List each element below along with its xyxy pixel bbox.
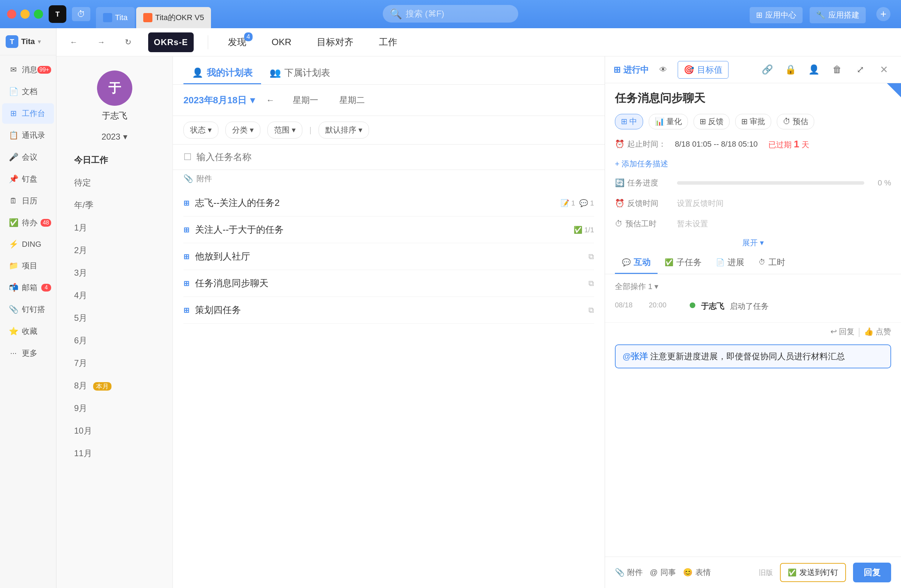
filter-category[interactable]: 分类 ▾ (225, 121, 260, 138)
search-input[interactable] (406, 9, 511, 19)
sidebar-item-meeting[interactable]: 🎤 会议 (2, 147, 54, 168)
panel-share-btn[interactable]: 👤 (805, 61, 823, 79)
attachment-row[interactable]: 📎 附件 (173, 170, 605, 190)
sidebar-item-mailbox[interactable]: 📬 邮箱 4 (2, 277, 54, 298)
nav-link-work[interactable]: 工作 (373, 33, 403, 51)
comment-text[interactable]: @张洋 注意更新进度进展，即使督促协同人员进行材料汇总 (616, 345, 890, 368)
sidebar-item-workspace[interactable]: ⊞ 工作台 (2, 103, 54, 124)
month-11[interactable]: 11月 (60, 443, 169, 464)
nav-refresh-btn[interactable]: ↻ (122, 35, 134, 50)
sidebar-item-contacts[interactable]: 📋 通讯录 (2, 125, 54, 146)
panel-tag-estimate[interactable]: ⏱ 预估 (777, 114, 814, 129)
panel-tag-feedback[interactable]: ⊞ 反馈 (694, 114, 730, 129)
panel-watch-btn[interactable]: 👁 (655, 61, 672, 79)
nav-forward-btn[interactable]: → (95, 35, 108, 50)
panel-expand-btn[interactable]: ⤢ (852, 61, 869, 79)
reply-submit-btn[interactable]: 回复 (853, 563, 891, 582)
history-btn[interactable]: ⏱ (72, 7, 90, 21)
minimize-btn[interactable] (20, 9, 30, 19)
nav-link-okr[interactable]: OKR (266, 34, 297, 50)
sidebar-item-dingpan[interactable]: 📌 钉盘 (2, 169, 54, 189)
sidebar-item-favorites[interactable]: ⭐ 收藏 (2, 321, 54, 342)
panel-tag-approve[interactable]: ⊞ 审批 (735, 114, 771, 129)
nav-back-btn[interactable]: ← (67, 35, 80, 50)
colleague-btn[interactable]: @ 同事 (650, 567, 676, 578)
panel-tab-subtask[interactable]: ✅ 子任务 (658, 252, 709, 274)
all-ops-btn[interactable]: 全部操作 1 ▾ (615, 281, 891, 292)
tab-okr[interactable]: Tita的OKR V5 (136, 7, 211, 28)
sidebar-item-ding[interactable]: ⚡ DING (2, 235, 54, 254)
target-value-btn[interactable]: 🎯 目标值 (678, 61, 728, 79)
app-build-btn[interactable]: 🔧 应用搭建 (810, 7, 866, 23)
month-9[interactable]: 9月 (60, 398, 169, 419)
month-6[interactable]: 6月 (60, 330, 169, 351)
month-3[interactable]: 3月 (60, 262, 169, 283)
section-year-quarter[interactable]: 年/季 (60, 194, 169, 216)
filter-status[interactable]: 状态 ▾ (184, 121, 218, 138)
expand-row[interactable]: 展开 ▾ (605, 234, 901, 252)
task-item-label-3[interactable]: 任务消息同步聊天 (195, 277, 583, 289)
like-btn[interactable]: 👍 点赞 (864, 327, 891, 337)
panel-tab-interact[interactable]: 💬 互动 (615, 252, 658, 274)
sidebar-item-more[interactable]: ··· 更多 (2, 343, 54, 364)
month-7[interactable]: 7月 (60, 353, 169, 374)
panel-tab-work-hours[interactable]: ⏱ 工时 (751, 252, 792, 274)
filter-sort[interactable]: 默认排序 ▾ (318, 121, 369, 138)
section-today[interactable]: 今日工作 (60, 149, 169, 171)
feedback-set-btn[interactable]: 设置反馈时间 (677, 198, 723, 209)
tab-my-plan[interactable]: 👤 我的计划表 (184, 62, 261, 84)
filter-scope[interactable]: 范围 ▾ (267, 121, 302, 138)
month-5[interactable]: 5月 (60, 307, 169, 328)
month-8[interactable]: 8月 本月 (60, 375, 169, 396)
tab-sub-plan[interactable]: 👥 下属计划表 (261, 62, 339, 84)
close-btn[interactable] (7, 9, 16, 19)
weekday-tue[interactable]: 星期二 (332, 92, 372, 109)
panel-tag-quantify[interactable]: 📊 量化 (649, 114, 688, 129)
task-name-input[interactable] (196, 152, 594, 162)
nav-link-align[interactable]: 目标对齐 (311, 33, 359, 51)
app-center-btn[interactable]: ⊞ 应用中心 (750, 7, 803, 23)
date-prev-btn[interactable]: ← (262, 93, 279, 107)
panel-lock-btn[interactable]: 🔒 (782, 61, 800, 79)
year-selector[interactable]: 2023 ▾ (56, 132, 173, 142)
panel-close-btn[interactable]: ✕ (875, 61, 893, 79)
task-copy-icon-3[interactable]: ⧉ (588, 279, 594, 288)
date-selector[interactable]: 2023年8月18日 ▾ (184, 94, 255, 106)
month-10[interactable]: 10月 (60, 420, 169, 441)
month-2[interactable]: 2月 (60, 240, 169, 261)
task-item-label-1[interactable]: 关注人--于大于的任务 (195, 224, 568, 236)
task-item-label-2[interactable]: 他放到人社厅 (195, 250, 583, 263)
section-pending[interactable]: 待定 (60, 172, 169, 193)
month-4[interactable]: 4月 (60, 285, 169, 306)
okr-logo-btn[interactable]: OKRs-E (148, 33, 194, 52)
estimate-set-btn[interactable]: 暂未设置 (677, 219, 708, 229)
panel-delete-btn[interactable]: 🗑 (828, 61, 846, 79)
reply-btn-top[interactable]: ↩ 回复 (831, 327, 854, 337)
sidebar-item-project[interactable]: 📁 项目 (2, 255, 54, 276)
emoji-btn[interactable]: 😊 表情 (683, 567, 711, 578)
month-1[interactable]: 1月 (60, 217, 169, 238)
sidebar-item-message[interactable]: ✉ 消息 99+ (2, 59, 54, 80)
add-desc-btn[interactable]: + 添加任务描述 (605, 155, 901, 173)
tab-tita[interactable]: Tita (96, 7, 135, 28)
attachment-bottom-btn[interactable]: 📎 附件 (615, 567, 643, 578)
panel-tag-priority[interactable]: ⊞ 中 (615, 114, 643, 129)
sidebar-item-docs[interactable]: 📄 文档 (2, 81, 54, 102)
send-to-dingding-btn[interactable]: ✅ 发送到钉钉 (780, 563, 846, 582)
sidebar-item-calendar[interactable]: 🗓 日历 (2, 191, 54, 211)
task-item-icon-2: ⊞ (184, 252, 189, 261)
panel-header: ⊞ 进行中 👁 🎯 目标值 🔗 🔒 👤 🗑 (605, 56, 901, 83)
nav-link-discover[interactable]: 发现 4 (222, 33, 252, 51)
task-item-label-4[interactable]: 策划四任务 (195, 304, 583, 316)
task-copy-icon-4[interactable]: ⧉ (588, 306, 594, 315)
panel-link-btn[interactable]: 🔗 (759, 61, 776, 79)
new-tab-btn[interactable]: + (876, 7, 890, 21)
weekday-mon[interactable]: 星期一 (286, 92, 325, 109)
task-item-label-0[interactable]: 志飞--关注人的任务2 (195, 197, 555, 209)
sidebar-item-todo[interactable]: ✅ 待办 48 (2, 213, 54, 233)
sidebar-item-dingdingda[interactable]: 📎 钉钉搭 (2, 299, 54, 320)
search-bar[interactable]: 🔍 (383, 5, 518, 23)
maximize-btn[interactable] (34, 9, 43, 19)
task-copy-icon-2[interactable]: ⧉ (588, 252, 594, 261)
panel-tab-progress[interactable]: 📄 进展 (709, 252, 751, 274)
